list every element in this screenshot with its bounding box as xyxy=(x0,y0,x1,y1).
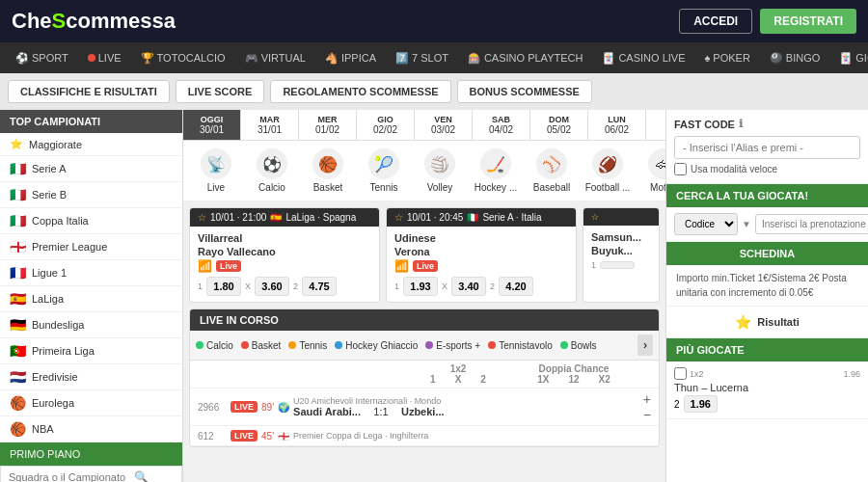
bonus-button[interactable]: BONUS SCOMMESSE xyxy=(457,80,592,103)
date-tab-lun[interactable]: LUN 06/02 xyxy=(588,110,646,140)
nav-poker[interactable]: ♠ POKER xyxy=(697,48,758,67)
accedi-button[interactable]: ACCEDI xyxy=(679,9,752,34)
fast-code-checkbox[interactable] xyxy=(674,163,687,175)
sidebar-item-laliga[interactable]: 🇪🇸 LaLiga xyxy=(0,286,182,312)
sidebar-item-bundesliga[interactable]: 🇩🇪 Bundesliga xyxy=(0,312,182,338)
nav-virtual[interactable]: 🎮 VIRTUAL xyxy=(237,48,313,68)
center-content: OGGI 30/01 MAR 31/01 MER 01/02 GIO 02/02… xyxy=(183,110,665,482)
fast-code-input[interactable] xyxy=(674,136,860,159)
odd-label-1: 1 xyxy=(198,281,203,291)
plus-icon[interactable]: + xyxy=(643,392,651,406)
sidebar-item-eredivisie[interactable]: 🇳🇱 Eredivisie xyxy=(0,364,182,390)
piu-checkbox[interactable] xyxy=(674,367,687,380)
odd-label-2: 2 xyxy=(490,281,495,291)
odd-label-1: 1 xyxy=(394,281,399,291)
nav-bingo[interactable]: 🎱 BINGO xyxy=(762,48,827,68)
match-card-samsung: ☆ Samsun... Buyuk... 1 xyxy=(583,207,660,303)
piu-teams: Thun – Lucerna xyxy=(674,382,860,393)
live-tab-calcio[interactable]: Calcio xyxy=(196,340,233,351)
live-score-button[interactable]: LIVE SCORE xyxy=(176,80,265,103)
sidebar-item-serie-a[interactable]: 🇮🇹 Serie A xyxy=(0,156,182,182)
live-tabs-next[interactable]: › xyxy=(637,335,653,356)
live-badge: Live xyxy=(216,260,241,272)
live-tab-tennis[interactable]: Tennis xyxy=(288,340,327,351)
date-tab-day: VEN xyxy=(424,115,462,124)
nav-totocalcio[interactable]: 🏆 TOTOCALCIO xyxy=(133,48,233,68)
date-tab-oggi[interactable]: OGGI 30/01 xyxy=(183,110,241,140)
regolamento-button[interactable]: REGOLAMENTO SCOMMESSE xyxy=(270,80,450,103)
sport-baseball[interactable]: ⚾ Baseball xyxy=(527,148,577,193)
live-tab-basket[interactable]: Basket xyxy=(241,340,282,351)
date-tab-mar[interactable]: MAR 31/01 xyxy=(241,110,299,140)
sport-tennis[interactable]: 🎾 Tennis xyxy=(359,148,409,193)
nav-ippica[interactable]: 🐴 IPPICA xyxy=(317,48,384,68)
nav-sport[interactable]: ⚽ SPORT xyxy=(8,48,76,68)
live-tab-bowls[interactable]: Bowls xyxy=(560,340,597,351)
sidebar-item-primeira[interactable]: 🇵🇹 Primeira Liga xyxy=(0,338,182,364)
nav-giochi-carte[interactable]: 🃏 GIOCHI DI CARTE xyxy=(831,48,868,68)
match-id: 2966 xyxy=(198,402,227,413)
nav-live[interactable]: LIVE xyxy=(80,48,129,67)
odd-label-x: X xyxy=(442,281,448,291)
odd-button-x[interactable]: 3.40 xyxy=(451,277,486,296)
sport-live[interactable]: 📡 Live xyxy=(191,148,241,193)
odd-button-1[interactable] xyxy=(600,261,635,269)
odd-button-2[interactable]: 4.75 xyxy=(302,277,337,296)
date-tab-sab[interactable]: SAB 04/02 xyxy=(473,110,530,140)
spain-flag-icon: 🇪🇸 xyxy=(10,291,26,307)
match-card-villarreal: ☆ 10/01 · 21:00 🇪🇸 LaLiga · Spagna Villa… xyxy=(189,207,380,303)
odd-button-1[interactable]: 1.80 xyxy=(206,277,241,296)
sport-baseball-label: Baseball xyxy=(533,182,570,193)
live-tab-label: Basket xyxy=(252,340,282,351)
team2-name: Rayo Vallecano xyxy=(198,246,371,257)
sidebar-item-serie-b[interactable]: 🇮🇹 Serie B xyxy=(0,182,182,208)
hockey-dot xyxy=(335,341,342,349)
sport-motori[interactable]: 🏎 Motori xyxy=(638,148,665,193)
date-tab-gio[interactable]: GIO 02/02 xyxy=(357,110,415,140)
hockey-icon: 🏒 xyxy=(480,148,511,179)
odds-row: 1 1.80 X 3.60 2 4.75 xyxy=(198,277,371,296)
header: Che S commessa ACCEDI REGISTRATI xyxy=(0,0,868,42)
nav-casino-live[interactable]: 🃏 CASINO LIVE xyxy=(594,48,692,68)
sidebar-item-ligue1[interactable]: 🇫🇷 Ligue 1 xyxy=(0,260,182,286)
schedina-info: Importo min.Ticket 1€/Sistema 2€ Posta u… xyxy=(666,265,868,307)
date-tab-ven[interactable]: VEN 03/02 xyxy=(415,110,473,140)
sidebar-item-eurolega[interactable]: 🏀 Eurolega xyxy=(0,390,182,416)
nav-bar: ⚽ SPORT LIVE 🏆 TOTOCALCIO 🎮 VIRTUAL 🐴 IP… xyxy=(0,42,868,73)
live-tab-esports[interactable]: E-sports + xyxy=(425,340,480,351)
risultati-button[interactable]: ⭐ Risultati xyxy=(666,307,868,338)
date-tab-dom[interactable]: DOM 05/02 xyxy=(530,110,588,140)
nav-slot[interactable]: 7️⃣ 7 SLOT xyxy=(388,48,456,68)
sidebar-item-nba[interactable]: 🏀 NBA xyxy=(0,416,182,442)
live-tab-label: Tennis xyxy=(299,340,327,351)
sidebar-item-premier[interactable]: 🏴󠁧󠁢󠁥󠁮󠁧󠁿 Premier League xyxy=(0,234,182,260)
registrati-button[interactable]: REGISTRATI xyxy=(760,9,856,34)
minus-icon[interactable]: − xyxy=(643,408,651,421)
date-tab-mer[interactable]: MER 01/02 xyxy=(299,110,357,140)
live-tab-hockey[interactable]: Hockey Ghiaccio xyxy=(335,340,418,351)
live-tab-tennistavolo[interactable]: Tennistavolo xyxy=(488,340,553,351)
classifiche-button[interactable]: CLASSIFICHE E RISULTATI xyxy=(8,80,170,103)
match-league: Serie A · Italia xyxy=(482,212,541,223)
nav-casino-playtech[interactable]: 🎰 CASINO PLAYTECH xyxy=(460,48,591,68)
sidebar-search-input[interactable] xyxy=(9,470,134,482)
sport-hockey[interactable]: 🏒 Hockey ... xyxy=(471,148,521,193)
live-signal-icon: 📶 xyxy=(198,259,212,273)
sport-basket[interactable]: 🏀 Basket xyxy=(303,148,353,193)
odd-button-1[interactable]: 1.93 xyxy=(403,277,438,296)
sidebar-item-coppa-italia[interactable]: 🇮🇹 Coppa Italia xyxy=(0,208,182,234)
sidebar-primo-piano[interactable]: PRIMO PIANO xyxy=(0,442,182,466)
sport-football[interactable]: 🏈 Football ... xyxy=(583,148,633,193)
sidebar-item-maggiorate[interactable]: ⭐ Maggiorate xyxy=(0,133,182,156)
odd-button-2[interactable]: 4.20 xyxy=(499,277,533,296)
date-tab-day: MAR xyxy=(251,115,288,124)
piu-odd-button[interactable]: 1.96 xyxy=(684,395,718,413)
sport-calcio[interactable]: ⚽ Calcio xyxy=(247,148,297,193)
match-expand[interactable]: + − xyxy=(643,392,651,421)
cerca-select[interactable]: Codice xyxy=(674,213,738,235)
cerca-input[interactable] xyxy=(755,214,868,234)
sidebar-search[interactable]: 🔍 xyxy=(0,466,182,482)
piu-giocate-title: PIÙ GIOCATE xyxy=(666,338,868,362)
sport-volley[interactable]: 🏐 Volley xyxy=(415,148,465,193)
odd-button-x[interactable]: 3.60 xyxy=(255,277,289,296)
